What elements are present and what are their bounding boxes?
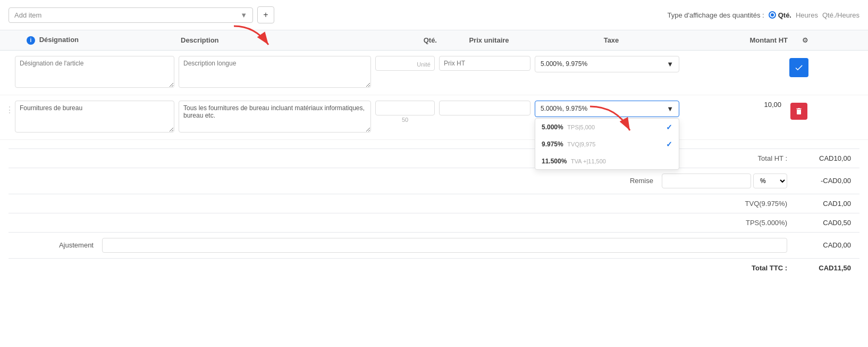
row2-taxe-select[interactable]: 5.000%, 9.975% ▼ <box>535 101 679 117</box>
row2-drag-handle[interactable]: ⋮ <box>4 101 15 115</box>
row2-taxe-chevron: ▼ <box>667 105 673 113</box>
row2-qty-cell: 5 50 <box>375 101 435 123</box>
heures-option-label[interactable]: Heures <box>796 11 818 19</box>
col-prix-header: Prix unitaire <box>441 36 537 44</box>
total-ht-row: Total HT : CAD10,00 <box>9 151 859 166</box>
row2-designation-cell: Fournitures de bureau <box>15 101 174 134</box>
row1-qty-unit: Unité <box>417 61 431 68</box>
tps-row: TPS(5.000%) CAD0,50 <box>9 216 859 230</box>
row2-qty-max: 50 <box>375 117 435 123</box>
total-ttc-label: Total TTC : <box>702 264 787 272</box>
ajustement-value: CAD0,00 <box>796 241 859 249</box>
total-ht-label: Total HT : <box>702 154 787 162</box>
dropdown-item-tps-check: ✓ <box>666 123 672 131</box>
tps-value: CAD0,50 <box>796 219 859 227</box>
dropdown-item-tva[interactable]: 11.500% TVA +|11,500 <box>535 153 679 169</box>
summary-section: Total HT : CAD10,00 Remise 0 % CAD -CAD0… <box>0 148 868 275</box>
new-item-row: 1 Unité 5.000%, 9.975% ▼ <box>0 51 868 95</box>
tvq-row: TVQ(9.975%) CAD1,00 <box>9 196 859 211</box>
row1-description-input[interactable] <box>179 56 371 88</box>
row1-designation-cell <box>15 56 174 89</box>
row1-taxe-chevron: ▼ <box>667 60 673 68</box>
qty-radio-dot <box>769 11 776 19</box>
settings-icon[interactable]: ⚙ <box>792 36 819 44</box>
dropdown-item-tps-label: 5.000% TPS|5,000 <box>542 123 595 131</box>
taxe-dropdown-menu: 5.000% TPS|5,000 ✓ 9.975% TVQ|9,975 ✓ <box>535 118 679 170</box>
row2-montant-value: 10,00 <box>764 101 781 109</box>
row1-taxe-cell: 5.000%, 9.975% ▼ <box>535 56 679 72</box>
table-header: i Désignation Description Qté. Prix unit… <box>0 30 868 51</box>
remise-value: -CAD0,00 <box>796 177 859 185</box>
tvq-label: TVQ(9.975%) <box>702 200 787 208</box>
row1-prix-cell <box>439 56 530 71</box>
col-description-header: Description <box>181 36 377 44</box>
drag-handle <box>4 56 15 60</box>
col-taxe-header: Taxe <box>537 36 686 44</box>
row2-actions <box>786 101 812 120</box>
row2-delete-button[interactable] <box>790 103 807 120</box>
qty-radio-option[interactable]: Qté. <box>769 11 791 19</box>
top-bar-left: Add item ▼ + <box>9 6 274 23</box>
row2-montant-cell: 10,00 <box>684 101 786 109</box>
info-icon: i <box>27 36 35 45</box>
chevron-down-icon: ▼ <box>240 11 247 19</box>
dropdown-item-tvq[interactable]: 9.975% TVQ|9,975 ✓ <box>535 136 679 153</box>
item-row-2: ⋮ Fournitures de bureau Tous les fournit… <box>0 95 868 140</box>
remise-label: Remise <box>568 177 653 185</box>
ajustement-label: Ajustement <box>9 241 94 249</box>
total-ttc-row: Total TTC : CAD11,50 <box>9 261 859 275</box>
add-item-select[interactable]: Add item ▼ <box>9 7 253 23</box>
row2-taxe-cell: 5.000%, 9.975% ▼ 5.000% TPS|5,000 ✓ 9.97… <box>535 101 679 117</box>
dropdown-item-tps[interactable]: 5.000% TPS|5,000 ✓ <box>535 119 679 136</box>
row2-prix-cell: 2.00 <box>439 101 530 115</box>
remise-percent-select[interactable]: % CAD <box>753 174 787 188</box>
qty-type-label: Type d'affichage des quantités : <box>667 11 764 19</box>
ajustement-input[interactable]: 0 <box>102 238 787 253</box>
remise-row: Remise 0 % CAD -CAD0,00 <box>9 170 859 192</box>
row2-prix-input[interactable]: 2.00 <box>439 101 530 115</box>
row1-save-button[interactable] <box>789 58 808 77</box>
remise-input-wrap: 0 % CAD <box>662 174 787 188</box>
qty-option-label: Qté. <box>778 11 791 19</box>
qte-heures-option-label[interactable]: Qté./Heures <box>822 11 859 19</box>
row2-taxe-dropdown: 5.000%, 9.975% ▼ 5.000% TPS|5,000 ✓ 9.97… <box>535 101 679 117</box>
row1-actions <box>786 56 812 77</box>
col-montant-header: Montant HT <box>686 36 792 44</box>
row2-designation-input[interactable]: Fournitures de bureau <box>15 101 174 133</box>
row2-description-cell: Tous les fournitures de bureau incluant … <box>179 101 371 134</box>
add-item-button[interactable]: + <box>257 6 274 23</box>
top-bar-right: Type d'affichage des quantités : Qté. He… <box>667 11 859 19</box>
dropdown-item-tva-label: 11.500% TVA +|11,500 <box>542 157 606 165</box>
dropdown-item-tvq-check: ✓ <box>666 140 672 148</box>
row1-taxe-select[interactable]: 5.000%, 9.975% ▼ <box>535 56 679 72</box>
row1-designation-input[interactable] <box>15 56 174 88</box>
tvq-value: CAD1,00 <box>796 200 859 208</box>
dropdown-item-tvq-label: 9.975% TVQ|9,975 <box>542 140 595 148</box>
col-qty-header: Qté. <box>377 36 441 44</box>
row1-taxe-value: 5.000%, 9.975% <box>541 60 587 68</box>
ajustement-row: Ajustement 0 CAD0,00 <box>9 235 859 256</box>
top-bar: Add item ▼ + Type d'affichage des quanti… <box>0 0 868 30</box>
row2-taxe-value: 5.000%, 9.975% <box>541 105 587 112</box>
total-ht-value: CAD10,00 <box>796 154 859 162</box>
row2-description-input[interactable]: Tous les fournitures de bureau incluant … <box>179 101 371 133</box>
remise-input[interactable]: 0 <box>662 174 751 188</box>
row1-description-cell <box>179 56 371 89</box>
total-ttc-value: CAD11,50 <box>796 264 859 272</box>
row1-qty-cell: 1 Unité <box>375 56 435 71</box>
row2-qty-input[interactable]: 5 <box>375 101 435 115</box>
row1-prix-input[interactable] <box>439 56 530 71</box>
add-item-placeholder: Add item <box>14 11 41 19</box>
tps-label: TPS(5.000%) <box>702 219 787 227</box>
col-designation-header: i Désignation <box>11 36 181 45</box>
